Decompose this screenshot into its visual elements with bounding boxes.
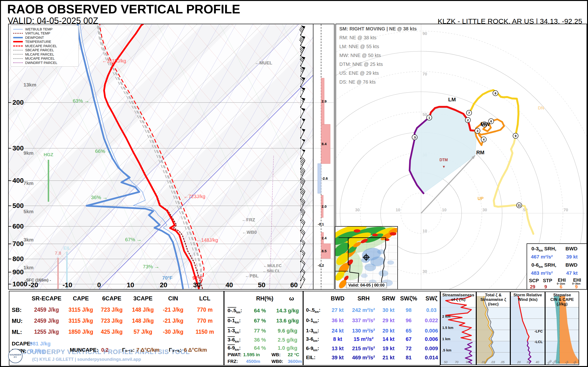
height-label: 13km [24,82,36,87]
srh-0-6-value: 483 m²/s² [531,270,553,276]
kin-value: 24 kt [332,328,344,334]
frz-value: 4500m [246,359,260,364]
wind-barb [297,250,306,262]
radar-map [336,227,397,289]
storm-motion-line: US: ENE @ 29 kts [339,70,379,76]
wind-barb [297,86,306,98]
storm-relative-wind-panel: Storm RelativeWind (kts)-LFC-LCL203040 [510,292,545,365]
total-streamwise-vorticity-panel: Total ζ &Streamwise ζ(/sec).01.03.05 [476,292,510,365]
thermo-value: 770 m [197,318,212,324]
temp-axis-tick: 30 [193,281,200,289]
kin-value: 215 m²/s² [352,345,375,352]
legend-line-sample [13,50,23,50]
ring-label: 50 [423,112,427,117]
kin-row-label: 3-6km: [306,336,319,342]
rh-value: 67 % [254,318,266,324]
kin-value: 0.006 [425,328,438,334]
legend-item-label: MLCAPE PARCEL [25,52,54,56]
thermo-value: 2459 J/kg [34,307,59,313]
mixing-ratio-value: 14.3 g/kg [276,308,299,314]
wind-barb [297,178,306,190]
HGZ-label: HGZ [44,152,53,157]
legend-item-label: TEMPERATURE [25,40,51,44]
surface-temp-f-label: 91°F [193,275,203,281]
ring-label: 70 [563,208,568,212]
kin-col-header: BWD [331,295,344,302]
wind-barb [297,97,306,108]
kin-value: 130 m²/s² [352,328,375,334]
lfc-label: -LFC [535,329,543,333]
radar-valid-label: Valid: 04-05 | 00:00 [346,283,387,288]
kin-value: 242 m²/s² [352,307,375,313]
legend-line-sample [13,54,23,55]
wind-barb [297,128,306,139]
rh-value: 64 % [254,345,266,351]
mini-panel-title: Streamwisenessof ζ (%) [441,293,476,302]
legend-item-label: SBCAPE PARCEL [25,48,54,52]
gamma-0-3-value: 7 Δ°C/km [137,347,159,353]
kin-value: 81 [406,355,412,361]
stp-value: 9 [544,284,547,290]
height-marker-label: 9 [515,134,516,138]
rh-row-label: 3-6km: [228,337,241,343]
wind-barb [297,157,306,170]
sounderpy-analysis-page: RAOB OBSERVED VERTICAL PROFILE VALID: 04… [0,0,588,367]
pwat-value: 1.595 in [243,352,260,358]
dtm-marker: ▼ [442,165,446,169]
hodo-label-DTM: DTM [440,158,448,162]
srh-0-3-value: 467 m²/s² [531,254,553,260]
page-title: RAOB OBSERVED VERTICAL PROFILE [7,2,240,16]
mini-panel-title: Storm RelativeWind (kts) [511,293,545,302]
rh-row-label: 0-.5km: [228,308,242,314]
thermo-col-header: SR-ECAPE [32,295,61,302]
legend-item: MUECAPE PARCEL [13,44,76,48]
pressure-label: 200 [12,99,24,106]
stepwise-cin-cape-panel: StepwiseCIN & CAPE(J/kg)-200-10001K2K [545,292,579,365]
pwat-label: PWAT: [228,352,242,358]
kin-value: 36 kt [332,317,344,324]
wind-barb [297,240,306,252]
dcape-label: DCAPE: [12,341,32,347]
thermo-value: -21 J/kg [163,318,183,324]
legend-line-sample [13,33,23,34]
hodo-trace-lightyellow [494,136,533,234]
ehi-0-3-value: 9 [575,284,578,290]
km-label: 1.5 km [442,325,453,330]
temp-axis-tick: -10 [63,281,72,289]
level-annotation: ←FRZ [242,217,255,222]
ring-label: 70 [423,72,427,76]
gamma-3-6-label: Γ₃₋₆: [169,347,181,353]
cape-annotation: ←148J/kg [196,237,218,243]
temp-axis-tick: 60 [290,281,298,289]
wb0-value: 3600m [288,359,302,364]
legend-line-sample [13,41,23,42]
height-label: 3km [24,237,34,242]
kin-row-label: 1-3km: [306,328,319,334]
kin-col-header: SRH [358,295,370,302]
rh-annotation: 73% → [143,264,159,269]
mixing-ratio-value: 13.6 g/kg [276,318,299,324]
legend-line-sample [13,58,23,59]
kin-value: 0.009 [425,345,438,352]
thermo-row-label: MU: [12,318,23,324]
thermo-value: 57 J/kg [134,329,152,335]
legend-item: MLCAPE PARCEL [13,52,76,57]
legend-line-sample [13,46,23,46]
gamma-0-3-label: Γ₀₋₃: [122,347,135,353]
thermo-value: 1255 J/kg [34,329,59,335]
legend-item-label: MUCAPE PARCEL [25,57,55,60]
kin-value: 0.022 [425,317,438,324]
thermo-row-label: SB: [12,307,22,313]
wind-barb [297,107,306,118]
kin-value: 67 [406,336,412,342]
storm-relative-wind-panel-plot: -LFC-LCL203040 [511,292,545,365]
storm-motion-line: SM: RIGHT MOVING | NE @ 38 kts [339,26,417,32]
kin-value: 13 kt [332,345,344,352]
wind-barbs [297,25,306,288]
legend-item: DWNDRFT PARCEL [13,61,76,65]
legend-item-label: MUECAPE PARCEL [25,44,57,48]
kin-col-header: SRW [382,295,395,302]
legend-item-label: WETBULB TEMP [25,27,52,31]
rh-annotation: 63% → [73,98,89,103]
srh-0-6-label: 0-6km SRH, [531,262,556,268]
